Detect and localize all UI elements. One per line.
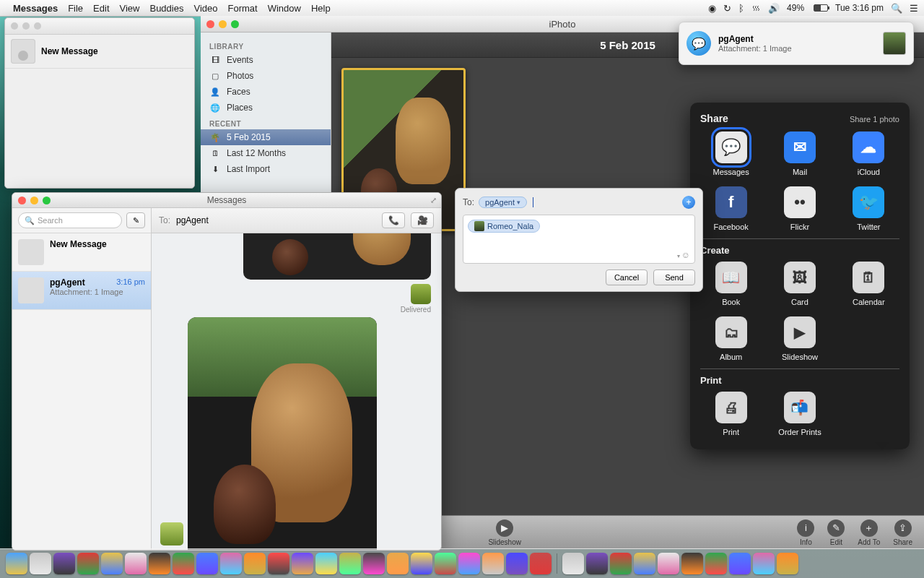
create-calendar[interactable]: 🗓Calendar (838, 262, 899, 306)
dock-app-15[interactable] (363, 553, 385, 574)
sidebar-item-faces[interactable]: 👤Faces (201, 84, 331, 100)
dock-app-32[interactable] (753, 553, 775, 574)
dock-app-20[interactable] (482, 553, 504, 574)
expand-icon[interactable]: ⤢ (430, 196, 437, 205)
addto-button[interactable]: ＋Add To (858, 519, 880, 546)
dock-app-11[interactable] (268, 553, 289, 574)
print-order-prints[interactable]: 📬Order Prints (769, 392, 830, 436)
dock-app-12[interactable] (292, 553, 313, 574)
menu-window[interactable]: Window (268, 3, 301, 14)
conversation-pgagent[interactable]: pgAgent3:16 pm Attachment: 1 Image (12, 272, 151, 310)
menu-help[interactable]: Help (311, 3, 331, 14)
audio-call-button[interactable]: 📞 (382, 212, 405, 228)
dock-app-22[interactable] (530, 553, 552, 574)
menuextra-wifi-icon[interactable]: ᯾ (751, 3, 761, 14)
sidebar-item-recent-date[interactable]: 🌴5 Feb 2015 (201, 129, 331, 145)
search-input[interactable]: 🔍 Search (18, 212, 122, 228)
dock-app-7[interactable] (173, 553, 194, 574)
dock-app-17[interactable] (411, 553, 432, 574)
dock-app-13[interactable] (315, 553, 337, 574)
sidebar-item-lastimport[interactable]: ⬇︎Last Import (201, 161, 331, 177)
messages-window[interactable]: Messages ⤢ 🔍 Search ✎ New Message (12, 192, 442, 551)
add-recipient-button[interactable]: + (682, 196, 695, 209)
menuextra-bluetooth-icon[interactable]: ᛒ (738, 3, 744, 14)
dock[interactable] (0, 548, 924, 578)
menu-edit[interactable]: Edit (93, 3, 109, 14)
messages-titlebar[interactable]: Messages ⤢ (12, 193, 441, 208)
dock-app-33[interactable] (777, 553, 798, 574)
dock-app-21[interactable] (506, 553, 528, 574)
menuextra-volume-icon[interactable]: 🔊 (768, 3, 780, 14)
menu-format[interactable]: Format (227, 3, 257, 14)
dock-app-18[interactable] (435, 553, 456, 574)
conversation-new[interactable]: New Message (12, 233, 151, 272)
message-transcript[interactable]: Delivered (152, 233, 441, 550)
dock-app-5[interactable] (125, 553, 147, 574)
menu-video[interactable]: Video (193, 3, 217, 14)
share-icloud[interactable]: ☁︎iCloud (838, 131, 899, 176)
notification-banner[interactable]: 💬 pgAgent Attachment: 1 Image (679, 22, 914, 65)
outgoing-image-message[interactable] (243, 233, 431, 280)
video-call-button[interactable]: 🎥 (411, 212, 434, 228)
dock-app-14[interactable] (339, 553, 361, 574)
recipient-token[interactable]: pgAgent (479, 197, 527, 208)
dock-app-6[interactable] (149, 553, 170, 574)
dock-app-0[interactable] (6, 553, 27, 574)
emoji-picker-button[interactable]: ☺ (677, 250, 690, 260)
menu-buddies[interactable]: Buddies (149, 3, 183, 14)
dock-app-26[interactable] (610, 553, 632, 574)
share-facebook[interactable]: fFacebook (700, 186, 762, 231)
app-menu[interactable]: Messages (13, 3, 58, 14)
compose-button[interactable]: ✎ (126, 212, 145, 228)
dock-app-16[interactable] (387, 553, 409, 574)
dock-app-30[interactable] (705, 553, 727, 574)
sidebar-item-last12[interactable]: 🗓Last 12 Months (201, 145, 331, 161)
menu-view[interactable]: View (120, 3, 140, 14)
slideshow-button[interactable]: ▶ Slideshow (488, 519, 521, 546)
menuextra-timemachine-icon[interactable]: ↻ (723, 3, 731, 14)
cancel-button[interactable]: Cancel (606, 269, 648, 285)
dock-app-3[interactable] (77, 553, 99, 574)
background-messages-window[interactable]: New Message (4, 17, 195, 189)
edit-button[interactable]: ✎Edit (827, 519, 845, 546)
share-twitter[interactable]: 🐦Twitter (838, 186, 899, 231)
share-button[interactable]: ⇪Share (893, 519, 912, 546)
share-mail[interactable]: ✉︎Mail (769, 131, 830, 176)
dock-app-24[interactable] (562, 553, 584, 574)
dock-app-9[interactable] (220, 553, 242, 574)
create-album[interactable]: 🗂Album (700, 316, 762, 361)
dock-app-28[interactable] (658, 553, 679, 574)
sidebar-item-places[interactable]: 🌐Places (201, 100, 331, 116)
dock-app-2[interactable] (53, 553, 75, 574)
dock-app-19[interactable] (458, 553, 480, 574)
dock-app-10[interactable] (244, 553, 266, 574)
info-button[interactable]: iInfo (797, 519, 814, 546)
dock-app-4[interactable] (101, 553, 123, 574)
dock-app-29[interactable] (681, 553, 703, 574)
sidebar-item-photos[interactable]: ▢Photos (201, 68, 331, 84)
create-book[interactable]: 📖Book (700, 262, 762, 306)
dock-app-31[interactable] (729, 553, 751, 574)
print-print[interactable]: 🖨Print (700, 392, 762, 436)
create-card[interactable]: 🖼Card (769, 262, 830, 306)
send-button[interactable]: Send (653, 269, 695, 285)
attachment-chip[interactable]: Romeo_Nala (468, 220, 540, 233)
create-slideshow[interactable]: ▶Slideshow (769, 316, 830, 361)
share-flickr[interactable]: ••Flickr (769, 186, 830, 231)
dock-app-1[interactable] (30, 553, 51, 574)
menubar[interactable]: Messages File Edit View Buddies Video Fo… (0, 0, 924, 17)
menu-file[interactable]: File (68, 3, 83, 14)
share-messages[interactable]: 💬Messages (700, 131, 762, 176)
dock-app-27[interactable] (634, 553, 655, 574)
sidebar-item-events[interactable]: 🎞Events (201, 52, 331, 68)
spotlight-icon[interactable]: 🔍 (891, 3, 902, 14)
battery-icon[interactable] (814, 4, 828, 12)
menuextra-evernote-icon[interactable]: ◉ (708, 3, 716, 14)
dock-app-25[interactable] (586, 553, 608, 574)
battery-percent[interactable]: 49% (787, 3, 804, 13)
dock-app-8[interactable] (196, 553, 218, 574)
notification-center-icon[interactable]: ☰ (910, 3, 918, 14)
message-body-input[interactable]: Romeo_Nala ☺ (463, 215, 695, 264)
clock[interactable]: Tue 3:16 pm (835, 3, 884, 13)
incoming-image-message[interactable] (188, 317, 377, 550)
